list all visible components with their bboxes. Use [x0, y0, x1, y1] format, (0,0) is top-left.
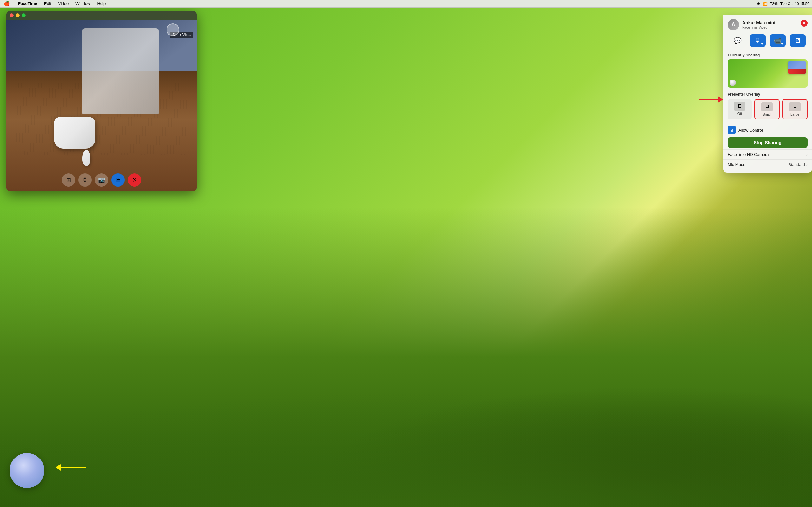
- grid-view-button[interactable]: ⊞: [62, 173, 75, 187]
- camera-button[interactable]: 📷: [95, 173, 108, 187]
- facetime-video: Desk Vie... ⊞ 🎙 📷 🖥 ✕: [6, 20, 197, 191]
- facetime-menu[interactable]: FaceTime: [17, 1, 38, 7]
- mute-button[interactable]: 🎙: [78, 173, 92, 187]
- maximize-button[interactable]: [21, 13, 26, 17]
- airpod-earbud: [83, 150, 90, 166]
- apple-menu[interactable]: 🍎: [3, 0, 11, 7]
- facetime-circle: [166, 23, 179, 36]
- facetime-window: Desk Vie... ⊞ 🎙 📷 🖥 ✕: [6, 11, 197, 191]
- airpods-case: [54, 117, 95, 149]
- edit-menu[interactable]: Edit: [43, 1, 52, 7]
- window-titlebar: [6, 11, 197, 20]
- help-menu[interactable]: Help: [96, 1, 107, 7]
- share-screen-button[interactable]: 🖥: [111, 173, 125, 187]
- desktop: Desk Vie... ⊞ 🎙 📷 🖥 ✕: [0, 8, 433, 243]
- laptop-shape: [83, 28, 159, 114]
- end-call-button[interactable]: ✕: [128, 173, 141, 187]
- menubar: 🍎 FaceTime Edit Video Window Help ⚙ 📶 72…: [0, 0, 433, 8]
- facetime-controls: ⊞ 🎙 📷 🖥 ✕: [62, 173, 141, 187]
- video-menu[interactable]: Video: [57, 1, 70, 7]
- window-menu[interactable]: Window: [74, 1, 91, 7]
- menubar-left: 🍎 FaceTime Edit Video Window Help: [3, 0, 107, 7]
- minimize-button[interactable]: [15, 13, 20, 17]
- close-button[interactable]: [9, 13, 14, 17]
